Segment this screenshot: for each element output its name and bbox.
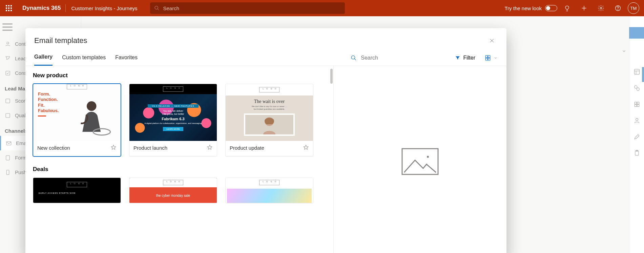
favorite-button[interactable] bbox=[207, 144, 213, 151]
view-switcher[interactable] bbox=[485, 55, 498, 61]
add-icon[interactable] bbox=[577, 0, 591, 16]
svg-rect-5 bbox=[11, 7, 12, 9]
svg-rect-2 bbox=[11, 5, 12, 6]
global-search[interactable]: Search bbox=[150, 2, 345, 14]
close-button[interactable] bbox=[486, 35, 498, 46]
preview-subtext: We don't like to say it's now or never …… bbox=[252, 105, 287, 111]
template-card-deals-2[interactable]: · L O G O · the cyber monday sale bbox=[129, 177, 217, 203]
modal-title: Email templates bbox=[34, 36, 87, 45]
global-search-placeholder: Search bbox=[163, 5, 179, 11]
svg-rect-7 bbox=[8, 10, 9, 11]
svg-point-43 bbox=[352, 56, 355, 59]
toggle-icon bbox=[545, 5, 557, 11]
filter-label: Filter bbox=[463, 55, 475, 61]
preview-gradient bbox=[226, 187, 313, 203]
new-look-label: Try the new look bbox=[505, 5, 542, 11]
svg-line-10 bbox=[158, 9, 159, 10]
template-card-deals-1[interactable]: · L O G O · EARLY ACCESS STARTS NOW bbox=[33, 177, 121, 203]
template-preview-pane bbox=[334, 66, 506, 253]
app-launcher-icon[interactable] bbox=[0, 5, 18, 11]
star-icon bbox=[303, 144, 309, 150]
svg-point-53 bbox=[427, 156, 429, 158]
app-header: Dynamics 365 Customer Insights - Journey… bbox=[0, 0, 644, 16]
preview-logo: · L O G O · bbox=[259, 87, 279, 92]
preview-logo: · L O G O · bbox=[67, 84, 87, 89]
svg-point-11 bbox=[565, 6, 569, 9]
section-title-deals: Deals bbox=[33, 166, 330, 173]
template-card-new-collection[interactable]: · L O G O · Form. Function. Fit. Fabulou… bbox=[33, 84, 121, 156]
template-card-deals-3[interactable]: · L O G O · bbox=[225, 177, 313, 203]
svg-rect-6 bbox=[6, 10, 7, 11]
search-icon bbox=[351, 55, 357, 61]
filter-button[interactable]: Filter bbox=[455, 55, 475, 61]
chevron-down-icon bbox=[494, 56, 498, 60]
tab-custom-templates[interactable]: Custom templates bbox=[62, 55, 106, 65]
close-icon bbox=[489, 38, 495, 43]
svg-point-16 bbox=[600, 7, 602, 9]
avatar-initials: TM bbox=[630, 6, 637, 11]
preview-headline: Form. Function. Fit. Fabulous. bbox=[38, 91, 59, 141]
preview-logo: · L O G O · bbox=[163, 180, 183, 185]
template-card-product-update[interactable]: · L O G O · The wait is over We don't li… bbox=[225, 84, 313, 156]
star-icon bbox=[207, 144, 213, 150]
template-gallery[interactable]: New product · L O G O · Form. Function. … bbox=[25, 66, 334, 253]
svg-line-44 bbox=[355, 59, 356, 60]
svg-rect-46 bbox=[488, 56, 490, 58]
modal-toolbar: Gallery Custom templates Favorites Filte… bbox=[25, 48, 506, 66]
template-search-input[interactable] bbox=[361, 55, 445, 61]
svg-point-9 bbox=[155, 6, 158, 9]
user-avatar[interactable]: TM bbox=[628, 2, 639, 14]
svg-rect-47 bbox=[485, 58, 487, 60]
preview-logo: · L O G O · bbox=[67, 182, 87, 187]
scrollbar-thumb[interactable] bbox=[330, 69, 333, 84]
preview-headline: The wait is over bbox=[254, 99, 285, 104]
page-body: Contacts Leads Consent Lead Management S… bbox=[0, 16, 644, 253]
svg-rect-48 bbox=[488, 58, 490, 60]
preview-image bbox=[244, 113, 295, 136]
svg-rect-1 bbox=[8, 5, 9, 6]
svg-rect-0 bbox=[6, 5, 7, 6]
gear-icon[interactable] bbox=[594, 0, 608, 16]
preview-hero: V6.3 RELEASE — NEW FEATURES You ask, we … bbox=[129, 94, 217, 141]
template-card-name: New collection bbox=[37, 145, 70, 151]
preview-logo: · L O G O · bbox=[259, 180, 279, 185]
svg-point-49 bbox=[87, 101, 97, 111]
template-card-name: Product update bbox=[230, 145, 264, 151]
help-icon[interactable] bbox=[611, 0, 625, 16]
brand-name[interactable]: Dynamics 365 bbox=[18, 5, 65, 12]
template-card-product-launch[interactable]: · L O G O · V6.3 RELEASE — NEW FEATURES … bbox=[129, 84, 217, 156]
lightbulb-icon[interactable] bbox=[560, 0, 574, 16]
tab-favorites[interactable]: Favorites bbox=[115, 55, 138, 65]
svg-rect-3 bbox=[6, 7, 7, 9]
svg-rect-4 bbox=[8, 7, 9, 9]
preview-logo: · L O G O · bbox=[163, 86, 183, 92]
tab-gallery[interactable]: Gallery bbox=[34, 54, 53, 66]
favorite-button[interactable] bbox=[110, 144, 117, 151]
new-look-toggle[interactable]: Try the new look bbox=[505, 5, 558, 11]
email-templates-modal: Email templates Gallery Custom templates… bbox=[25, 28, 506, 253]
preview-line: EARLY ACCESS STARTS NOW bbox=[33, 191, 121, 195]
svg-rect-52 bbox=[402, 149, 438, 174]
grid-view-icon bbox=[485, 55, 491, 61]
preview-band: the cyber monday sale bbox=[129, 187, 217, 203]
search-icon bbox=[154, 5, 160, 11]
template-search[interactable] bbox=[351, 55, 445, 61]
svg-point-18 bbox=[618, 9, 618, 10]
image-placeholder-icon bbox=[401, 148, 439, 175]
star-icon bbox=[110, 144, 117, 150]
svg-rect-45 bbox=[485, 56, 487, 58]
app-name[interactable]: Customer Insights - Journeys bbox=[66, 5, 143, 11]
svg-rect-8 bbox=[11, 10, 12, 11]
filter-icon bbox=[455, 55, 460, 61]
section-title-new-product: New product bbox=[33, 72, 330, 79]
template-card-name: Product launch bbox=[133, 145, 167, 151]
preview-image bbox=[62, 91, 116, 141]
favorite-button[interactable] bbox=[303, 144, 309, 151]
